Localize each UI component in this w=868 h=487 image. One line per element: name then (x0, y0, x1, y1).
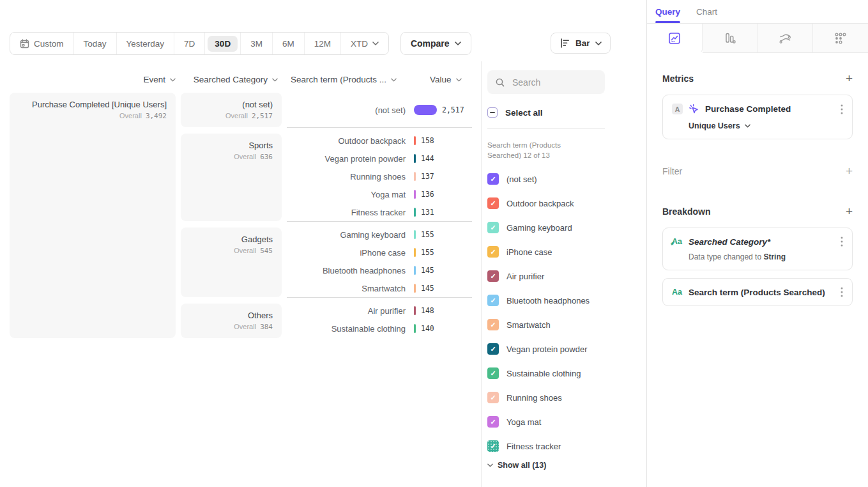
column-header-event[interactable]: Event (10, 75, 176, 84)
range-button-3m[interactable]: 3M (241, 33, 273, 54)
term-row-outdoor-backpack[interactable]: Outdoor backpack158 (287, 132, 472, 150)
column-header-value[interactable]: Value (418, 75, 462, 84)
segment-checkbox[interactable]: ✓ (487, 367, 499, 379)
term-row-air-purifier[interactable]: Air purifier148 (287, 302, 472, 320)
select-all-checkbox[interactable] (487, 107, 498, 118)
compare-button[interactable]: Compare (400, 32, 471, 55)
table-header-row: Event Searched Category Search term (Pro… (10, 75, 462, 84)
segment-checkbox[interactable]: ✓ (487, 197, 499, 209)
segment-checkbox[interactable]: ✓ (487, 246, 499, 258)
kebab-menu-icon[interactable] (841, 104, 843, 114)
term-row-smartwatch[interactable]: Smartwatch145 (287, 279, 472, 297)
show-all-button[interactable]: Show all (13) (487, 461, 646, 470)
term-row-yoga-mat[interactable]: Yoga mat136 (287, 185, 472, 203)
range-button-6m[interactable]: 6M (273, 33, 305, 54)
range-button-yesterday[interactable]: Yesterday (117, 33, 175, 54)
segment-item-gaming-keyboard[interactable]: ✓Gaming keyboard (487, 215, 646, 240)
range-button-custom[interactable]: Custom (10, 33, 74, 54)
add-filter-button[interactable]: + (846, 165, 853, 177)
range-button-12m[interactable]: 12M (305, 33, 341, 54)
range-label: Yesterday (126, 39, 165, 49)
segment-checkbox[interactable]: ✓ (487, 270, 499, 282)
search-icon (495, 77, 505, 88)
segment-item-yoga-mat[interactable]: ✓Yoga mat (487, 410, 646, 434)
term-label: iPhone case (287, 248, 406, 258)
category-cell-gadgets[interactable]: GadgetsOverall545 (181, 228, 282, 297)
segment-checkbox[interactable]: ✓ (487, 295, 499, 306)
term-row-bluetooth-headphones[interactable]: Bluetooth headphones145 (287, 261, 472, 279)
range-button-30d[interactable]: 30D (205, 33, 241, 54)
tab-query[interactable]: Query (655, 7, 680, 23)
value-bar-wrap (414, 208, 416, 217)
segment-checkbox[interactable]: ✓ (487, 319, 499, 330)
term-label: Sustainable clothing (287, 324, 406, 334)
segment-item-smartwatch[interactable]: ✓Smartwatch (487, 313, 646, 337)
segment-checkbox[interactable]: ✓ (487, 173, 499, 185)
chevron-down-icon (391, 78, 397, 82)
search-box[interactable] (487, 70, 605, 94)
term-row-running-shoes[interactable]: Running shoes137 (287, 167, 472, 185)
measure-dropdown[interactable]: Unique Users (689, 121, 843, 130)
event-cell[interactable]: Purchase Completed [Unique Users] Overal… (10, 93, 176, 338)
segment-checkbox[interactable]: ✓ (487, 392, 499, 403)
tab-insights[interactable] (647, 24, 703, 53)
chart-type-label: Bar (575, 38, 590, 48)
breakdown-card-search-term[interactable]: Aa Search term (Products Searched) (662, 278, 853, 306)
metric-card[interactable]: A Purchase Completed Unique Users (662, 95, 853, 139)
segment-item-air-purifier[interactable]: ✓Air purifier (487, 264, 646, 288)
segment-item-sustainable-clothing[interactable]: ✓Sustainable clothing (487, 361, 646, 385)
chevron-down-icon (487, 463, 493, 467)
tab-retention[interactable] (813, 24, 868, 53)
category-cell-sports[interactable]: SportsOverall636 (181, 134, 282, 221)
term-row-not-set[interactable]: (not set)2,517 (287, 101, 472, 119)
range-button-7d[interactable]: 7D (174, 33, 205, 54)
kebab-menu-icon[interactable] (841, 287, 843, 297)
event-spark-icon (689, 104, 699, 114)
range-label: XTD (351, 39, 368, 49)
segment-checkbox[interactable]: ✓ (487, 343, 499, 355)
segment-item-not-set[interactable]: ✓(not set) (487, 167, 646, 191)
segment-item-iphone-case[interactable]: ✓iPhone case (487, 240, 646, 264)
flows-icon (778, 31, 793, 45)
term-row-fitness-tracker[interactable]: Fitness tracker131 (287, 203, 472, 221)
breakdown-card-searched-category[interactable]: Aa Searched Category* Data type changed … (662, 228, 853, 270)
value-bar-wrap (414, 230, 416, 239)
chart-type-select[interactable]: Bar (551, 33, 611, 54)
chevron-down-icon (595, 42, 602, 45)
category-cell-not-set[interactable]: (not set)Overall2,517 (181, 93, 282, 127)
segment-item-bluetooth-headphones[interactable]: ✓Bluetooth headphones (487, 288, 646, 313)
add-breakdown-button[interactable]: + (846, 205, 853, 217)
column-header-search-term[interactable]: Search term (Products ... (287, 75, 413, 84)
search-input[interactable] (511, 77, 590, 88)
term-row-iphone-case[interactable]: iPhone case155 (287, 244, 472, 261)
term-rows: Gaming keyboard155iPhone case155Bluetoot… (287, 221, 472, 297)
term-row-sustainable-clothing[interactable]: Sustainable clothing140 (287, 320, 472, 337)
segment-label: Gaming keyboard (506, 223, 572, 233)
segment-checkbox[interactable]: ✓ (487, 222, 499, 233)
tab-chart[interactable]: Chart (696, 7, 717, 23)
category-cell-others[interactable]: OthersOverall384 (181, 304, 282, 338)
value-text: 140 (421, 324, 434, 333)
range-label: Custom (34, 39, 64, 49)
column-header-searched-category[interactable]: Searched Category (181, 75, 282, 84)
kebab-menu-icon[interactable] (841, 236, 843, 247)
category-name: (not set) (190, 100, 273, 109)
value-bar-wrap (414, 284, 416, 293)
segment-item-vegan-protein-powder[interactable]: ✓Vegan protein powder (487, 337, 646, 361)
term-rows: Outdoor backpack158Vegan protein powder1… (287, 127, 472, 221)
term-row-vegan-protein-powder[interactable]: Vegan protein powder144 (287, 150, 472, 167)
add-metric-button[interactable]: + (846, 72, 853, 84)
tab-funnels[interactable] (703, 24, 758, 53)
term-row-gaming-keyboard[interactable]: Gaming keyboard155 (287, 226, 472, 244)
tab-flows[interactable] (758, 24, 814, 53)
select-all-row[interactable]: Select all (487, 107, 646, 118)
segment-checkbox[interactable]: ✓ (487, 416, 499, 428)
range-button-today[interactable]: Today (74, 33, 117, 54)
chevron-down-icon (745, 124, 750, 128)
segment-item-outdoor-backpack[interactable]: ✓Outdoor backpack (487, 191, 646, 215)
segment-item-fitness-tracker[interactable]: ✓Fitness tracker (487, 434, 646, 458)
column-header-term-label: Search term (Products ... (291, 75, 386, 84)
range-button-xtd[interactable]: XTD (341, 33, 388, 54)
segment-item-running-shoes[interactable]: ✓Running shoes (487, 385, 646, 410)
segment-checkbox[interactable]: ✓ (487, 440, 499, 452)
